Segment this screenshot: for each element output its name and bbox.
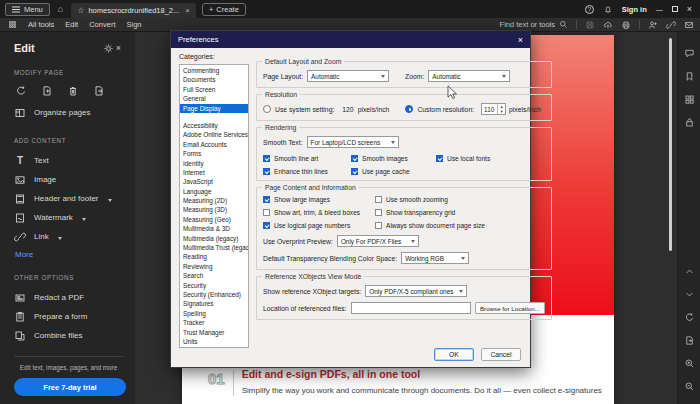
category-item[interactable]: Security (Enhanced) xyxy=(180,290,248,299)
help-icon[interactable]: ? xyxy=(585,5,594,14)
xobject-targets-select[interactable]: Only PDF/X-5 compliant ones xyxy=(365,285,467,297)
category-item[interactable]: Search xyxy=(180,271,248,280)
more-link[interactable]: More xyxy=(15,250,123,259)
combine-files-item[interactable]: Combine files xyxy=(14,326,123,345)
smooth-line-art-checkbox[interactable]: Smooth line art xyxy=(263,155,351,162)
toolbar-item-convert[interactable]: Convert xyxy=(89,20,115,29)
gear-icon[interactable] xyxy=(103,43,114,54)
category-item[interactable]: Adobe Online Services xyxy=(180,130,248,139)
zoom-in-icon[interactable] xyxy=(684,358,695,369)
category-item[interactable]: Identity xyxy=(180,159,248,168)
link-icon[interactable] xyxy=(666,20,676,30)
category-item[interactable]: Internet xyxy=(180,168,248,177)
category-item[interactable]: Multimedia (legacy) xyxy=(180,234,248,243)
prepare-form-item[interactable]: Prepare a form xyxy=(14,307,123,326)
dialog-close-icon[interactable]: × xyxy=(518,35,523,45)
page-layout-select[interactable]: Automatic xyxy=(307,70,389,82)
zoom-select[interactable]: Automatic xyxy=(428,70,510,82)
page-down-icon[interactable] xyxy=(684,289,695,300)
category-item[interactable]: General xyxy=(180,94,248,103)
custom-resolution-spinner[interactable]: 110 ▴ ▾ xyxy=(481,103,506,115)
category-item[interactable]: Security xyxy=(180,281,248,290)
category-item[interactable]: Measuring (2D) xyxy=(180,196,248,205)
category-item[interactable]: JavaScript xyxy=(180,177,248,186)
checkbox-checked-icon[interactable] xyxy=(263,168,270,175)
use-local-fonts-checkbox[interactable]: Use local fonts xyxy=(436,155,545,162)
system-setting-radio[interactable] xyxy=(263,105,271,113)
window-minimize-icon[interactable]: — xyxy=(656,6,663,13)
ok-button[interactable]: OK xyxy=(434,348,474,361)
category-item[interactable]: Language xyxy=(180,187,248,196)
insert-page-icon[interactable] xyxy=(41,85,53,97)
category-item[interactable]: Reading xyxy=(180,252,248,261)
always-show-page-size-checkbox[interactable]: Always show document page size xyxy=(375,222,545,229)
checkbox-checked-icon[interactable] xyxy=(436,155,443,162)
show-large-images-checkbox[interactable]: Show large images xyxy=(263,196,375,203)
smooth-images-checkbox[interactable]: Smooth images xyxy=(351,155,436,162)
checkbox-checked-icon[interactable] xyxy=(263,155,270,162)
blend-color-space-select[interactable]: Working RGB xyxy=(401,252,469,264)
extract-page-icon[interactable] xyxy=(93,85,105,97)
document-tab[interactable]: ☆ homescrocrdrunified18_2... × xyxy=(71,3,196,18)
toolbar-item-all-tools[interactable]: All tools xyxy=(28,20,54,29)
category-item[interactable]: Signatures xyxy=(180,299,248,308)
spin-down-icon[interactable]: ▾ xyxy=(498,109,505,114)
add-text-item[interactable]: T Text xyxy=(14,151,123,170)
favorite-star-icon[interactable]: ☆ xyxy=(77,6,84,15)
free-trial-button[interactable]: Free 7-day trial xyxy=(14,378,126,396)
rotate-view-icon[interactable] xyxy=(684,312,695,323)
comments-icon[interactable] xyxy=(684,48,695,59)
checkbox-unchecked-icon[interactable] xyxy=(263,209,270,216)
vertical-scrollbar[interactable] xyxy=(669,38,672,251)
dialog-titlebar[interactable]: Preferences × xyxy=(171,31,530,48)
zoom-out-icon[interactable] xyxy=(684,381,695,392)
category-item[interactable]: Full Screen xyxy=(180,85,248,94)
checkbox-checked-icon[interactable] xyxy=(351,168,358,175)
category-item[interactable]: Tracker xyxy=(180,318,248,327)
category-item[interactable]: Documents xyxy=(180,75,248,84)
use-smooth-zooming-checkbox[interactable]: Use smooth zooming xyxy=(375,196,545,203)
show-art-trim-bleed-checkbox[interactable]: Show art, trim, & bleed boxes xyxy=(263,209,375,216)
show-transparency-grid-checkbox[interactable]: Show transparency grid xyxy=(375,209,545,216)
add-image-item[interactable]: Image xyxy=(14,170,123,189)
use-page-cache-checkbox[interactable]: Use page cache xyxy=(351,168,436,175)
category-item[interactable]: Commenting xyxy=(180,66,248,75)
category-item[interactable]: Forms xyxy=(180,149,248,158)
category-item[interactable]: Measuring (Geo) xyxy=(180,215,248,224)
category-item[interactable]: Reviewing xyxy=(180,262,248,271)
security-lock-icon[interactable] xyxy=(684,117,695,128)
all-tools-grid-icon[interactable] xyxy=(8,20,17,29)
export-page-icon[interactable] xyxy=(684,335,695,346)
create-button[interactable]: + Create xyxy=(202,3,246,16)
checkbox-unchecked-icon[interactable] xyxy=(375,222,382,229)
window-close-icon[interactable]: × xyxy=(687,4,692,14)
window-maximize-icon[interactable] xyxy=(672,6,678,12)
use-logical-page-numbers-checkbox[interactable]: Use logical page numbers xyxy=(263,222,375,229)
toolbar-item-sign[interactable]: Sign xyxy=(126,20,141,29)
overprint-preview-select[interactable]: Only For PDF/X Files xyxy=(337,235,419,247)
category-item[interactable]: Measuring (3D) xyxy=(180,205,248,214)
category-item-selected[interactable]: Page Display xyxy=(180,104,248,113)
category-item[interactable]: Multimedia Trust (legacy) xyxy=(180,243,248,252)
sidebar-close-icon[interactable]: × xyxy=(114,44,123,53)
organize-pages-item[interactable]: Organize pages xyxy=(14,103,123,122)
watermark-item[interactable]: Watermark xyxy=(14,208,123,227)
redact-pdf-item[interactable]: Redact a PDF xyxy=(14,288,123,307)
email-icon[interactable] xyxy=(684,20,694,30)
checkbox-checked-icon[interactable] xyxy=(263,196,270,203)
share-person-icon[interactable] xyxy=(648,20,658,30)
smooth-text-select[interactable]: For Laptop/LCD screens xyxy=(307,136,399,148)
find-tools-button[interactable]: Find text or tools xyxy=(500,20,568,29)
delete-page-icon[interactable] xyxy=(67,85,79,97)
category-item[interactable]: Units xyxy=(180,337,248,346)
sign-in-button[interactable]: Sign in xyxy=(622,5,647,14)
checkbox-unchecked-icon[interactable] xyxy=(375,196,382,203)
enhance-thin-lines-checkbox[interactable]: Enhance thin lines xyxy=(263,168,351,175)
custom-resolution-radio[interactable] xyxy=(405,105,413,113)
home-icon[interactable]: ⌂ xyxy=(56,5,65,14)
menu-button[interactable]: Menu xyxy=(5,3,50,16)
category-item[interactable]: Trust Manager xyxy=(180,328,248,337)
tab-close-icon[interactable]: × xyxy=(183,6,190,15)
checkbox-unchecked-icon[interactable] xyxy=(375,209,382,216)
categories-listbox[interactable]: Commenting Documents Full Screen General… xyxy=(179,64,249,348)
